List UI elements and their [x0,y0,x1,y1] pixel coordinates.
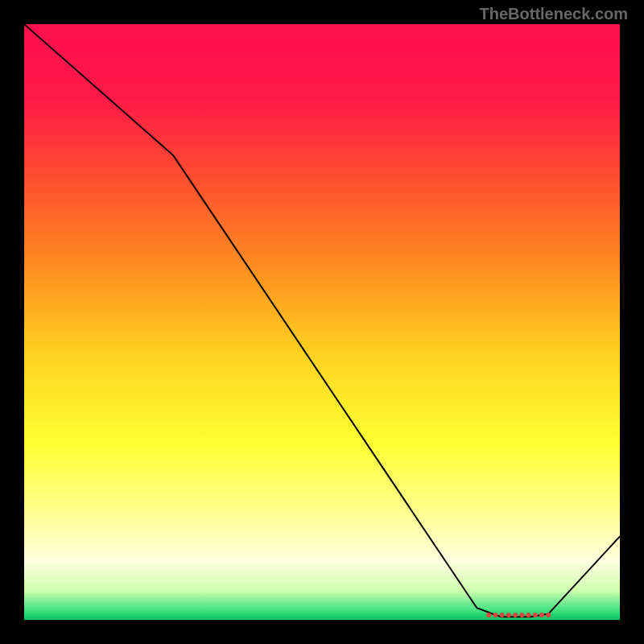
plot-area [24,24,620,620]
svg-point-0 [486,613,491,617]
svg-point-2 [500,613,505,617]
chart-container: TheBottleneck.com [0,0,644,644]
svg-point-9 [546,613,551,617]
attribution-label: TheBottleneck.com [480,5,628,23]
chart-svg [24,24,620,620]
svg-point-4 [513,613,518,617]
svg-point-3 [506,613,511,617]
svg-point-5 [519,613,524,617]
gradient-background [24,24,620,620]
svg-point-6 [526,613,531,617]
svg-point-1 [493,613,497,617]
svg-point-7 [533,613,538,617]
svg-point-8 [539,613,544,617]
